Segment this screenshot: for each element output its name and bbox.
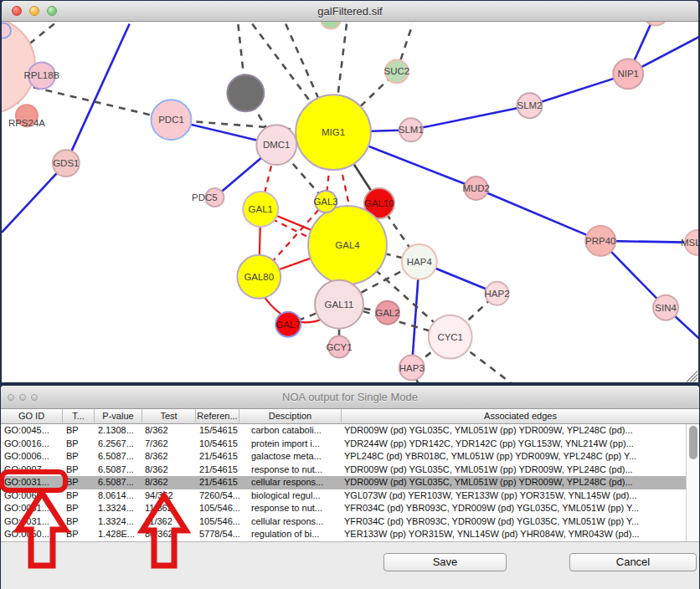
table-cell: BP <box>63 489 95 503</box>
network-canvas[interactable]: RPL18BRPS24AGDS1PDC1MIG1DMC1SUC2SLM1SLM2… <box>2 22 698 382</box>
node-gray-node[interactable] <box>227 74 264 111</box>
edge-pp[interactable] <box>476 188 601 241</box>
node-label-PDC5: PDC5 <box>192 192 218 202</box>
edge-pp[interactable] <box>66 24 130 164</box>
edge-pp[interactable] <box>411 105 530 130</box>
column-header-7[interactable]: Associated edges <box>342 409 699 423</box>
table-cell: BP <box>63 464 95 477</box>
cancel-button[interactable]: Cancel <box>569 553 697 571</box>
table-cell: 8/362 <box>142 424 196 438</box>
table-cell: cellular respons... <box>239 476 342 489</box>
table-cell: galactose meta... <box>239 450 342 464</box>
table-cell: GO:0065... <box>1 489 63 503</box>
table-cell: GO:0045... <box>1 424 63 438</box>
table-cell: 6.2567... <box>95 438 142 451</box>
table-cell: BP <box>63 502 95 515</box>
node-label-SLM2: SLM2 <box>517 100 543 110</box>
table-cell: YDR009W (pd) YGL035C, YML051W (pp) YDR00… <box>342 464 699 477</box>
node-label-GAL7: GAL7 <box>276 320 301 330</box>
table-cell: GO:0031... <box>1 476 63 489</box>
network-graph[interactable]: RPL18BRPS24AGDS1PDC1MIG1DMC1SUC2SLM1SLM2… <box>2 22 698 382</box>
scrollbar-thumb[interactable] <box>689 426 697 459</box>
node-label-HAP2: HAP2 <box>485 289 510 299</box>
node-label-HAP4: HAP4 <box>407 257 433 267</box>
table-cell: biological regul... <box>239 489 342 503</box>
node-label-GAL10: GAL10 <box>364 198 394 208</box>
column-header-4[interactable]: Test <box>142 409 196 423</box>
node-pink-tr[interactable] <box>643 22 668 26</box>
node-label-SLM1: SLM1 <box>399 125 424 135</box>
vertical-scrollbar[interactable] <box>686 424 699 541</box>
node-label-DMC1: DMC1 <box>263 140 291 150</box>
noa-window-titlebar[interactable]: NOA output for Single Mode <box>1 386 699 409</box>
table-cell: 2.1308... <box>95 424 142 438</box>
table-row[interactable]: GO:0007...BP6.5087...8/36221/54615respon… <box>1 464 699 477</box>
column-header-2[interactable]: T... <box>63 409 95 423</box>
table-cell: cellular respons... <box>239 515 342 529</box>
table-cell: 6.5087... <box>95 450 142 464</box>
table-cell: YDR009W (pd) YGL035C, YML051W (pp) YDR00… <box>342 424 699 438</box>
table-cell: 105/546... <box>196 502 239 515</box>
node-label-SUC2: SUC2 <box>384 66 410 76</box>
table-cell: carbon cataboli... <box>239 424 342 438</box>
table-cell: 10/54615 <box>196 438 239 451</box>
table-cell: 8.0614... <box>95 489 142 503</box>
table-row[interactable]: GO:0016...BP6.2567...7/36210/54615protei… <box>1 438 699 451</box>
table-cell: YGL073W (pd) YER103W, YER133W (pp) YOR31… <box>342 489 699 503</box>
table-cell: YER133W (pp) YOR315W, YNL145W (pd) YHR08… <box>342 528 699 541</box>
node-green-top[interactable] <box>321 22 341 28</box>
table-cell: 21/54615 <box>196 450 239 464</box>
minimize-button[interactable] <box>29 6 39 16</box>
column-header-6[interactable]: Desciption <box>239 409 342 423</box>
zoom-button[interactable] <box>47 6 57 16</box>
table-cell: 21/54615 <box>196 464 239 477</box>
table-cell: YDR244W (pp) YDR142C, YDR142C (pp) YGL15… <box>342 438 699 451</box>
node-label-RPS24A: RPS24A <box>8 118 45 128</box>
table-cell: YPL248C (pd) YBR018C, YML051W (pp) YDR00… <box>342 450 699 464</box>
node-label-MSL1: MSL1 <box>681 238 698 248</box>
table-cell: BP <box>63 476 95 489</box>
table-cell: YDR009W (pd) YGL035C, YML051W (pp) YDR00… <box>342 476 699 489</box>
table-cell: BP <box>63 438 95 451</box>
table-row[interactable]: GO:0050...BP1.428E...80/3625778/54...reg… <box>1 528 699 541</box>
node-label-NIP1: NIP1 <box>617 69 638 79</box>
table-cell: YFR034C (pd) YBR093C, YDR009W (pd) YGL03… <box>342 502 699 515</box>
node-label-GAL11: GAL11 <box>325 300 354 310</box>
column-header-5[interactable]: Referen... <box>196 409 239 423</box>
table-row[interactable]: GO:0065...BP8.0614...94/3627260/54...bio… <box>1 489 699 503</box>
table-cell: GO:0031... <box>1 502 63 515</box>
column-header-3[interactable]: P-value <box>95 409 142 423</box>
zoom-button[interactable] <box>31 394 38 401</box>
column-header-1[interactable]: GO ID <box>1 409 63 423</box>
table-row[interactable]: GO:0006...BP6.5087...8/36221/54615galact… <box>1 450 699 464</box>
table-cell: 1.3324... <box>95 515 142 529</box>
node-label-GAL2: GAL2 <box>375 308 399 318</box>
node-label-GDS1: GDS1 <box>53 158 79 168</box>
table-cell: 5778/54... <box>196 528 239 541</box>
table-cell: BP <box>63 424 95 438</box>
table-row-selected[interactable]: GO:0031...BP6.5087...8/36221/54615cellul… <box>1 476 699 489</box>
node-corner-tl[interactable] <box>2 23 11 38</box>
save-button[interactable]: Save <box>383 553 507 571</box>
node-label-GCY1: GCY1 <box>326 342 352 352</box>
table-row[interactable]: GO:0031...BP1.3324...11/362105/546...res… <box>1 502 699 515</box>
table-cell: 15/54615 <box>196 424 239 438</box>
edge-pd[interactable] <box>33 87 172 120</box>
node-label-HAP3: HAP3 <box>399 363 425 373</box>
node-label-GAL1: GAL1 <box>249 204 273 214</box>
window-controls-inactive <box>8 394 38 401</box>
table-cell: 8/362 <box>142 450 196 464</box>
network-window-titlebar[interactable]: galFiltered.sif <box>2 1 698 22</box>
table-cell: 6.5087... <box>95 476 142 489</box>
table-cell: 7/362 <box>142 438 196 451</box>
node-label-MUD2: MUD2 <box>462 183 490 193</box>
close-button[interactable] <box>12 6 22 16</box>
table-row[interactable]: GO:0045...BP2.1308...8/36215/54615carbon… <box>1 424 699 438</box>
table-row[interactable]: GO:0031...BP1.3324...11/362105/546...cel… <box>1 515 699 529</box>
table-cell: 6.5087... <box>95 464 142 477</box>
noa-window: NOA output for Single Mode GO IDT...P-va… <box>1 386 699 589</box>
close-button[interactable] <box>8 394 14 401</box>
node-label-GAL80: GAL80 <box>244 272 274 282</box>
table-cell: 1.3324... <box>95 502 142 515</box>
minimize-button[interactable] <box>19 394 26 401</box>
